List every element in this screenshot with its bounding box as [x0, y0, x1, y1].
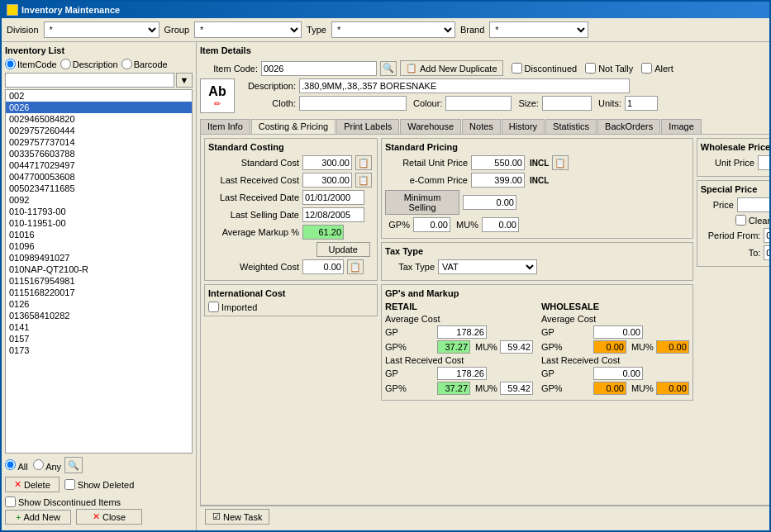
tab-history[interactable]: History: [502, 119, 545, 134]
list-item[interactable]: 010-11951-00: [6, 217, 192, 229]
colour-input[interactable]: [445, 96, 512, 111]
last-selling-date-input[interactable]: [302, 207, 364, 222]
retail-lrc-mu-input[interactable]: [500, 382, 533, 395]
item-code-input[interactable]: [261, 61, 377, 76]
tab-warehouse[interactable]: Warehouse: [400, 119, 461, 134]
search-input[interactable]: [5, 73, 174, 88]
retail-lrc-gppc-input[interactable]: [437, 382, 470, 395]
list-item[interactable]: 0047700053608: [6, 171, 192, 183]
cloth-input[interactable]: [299, 96, 407, 111]
standard-cost-icon-btn[interactable]: 📋: [355, 155, 372, 170]
list-item[interactable]: 0173: [6, 344, 192, 356]
alert-checkbox[interactable]: [641, 63, 652, 74]
weighted-cost-icon-btn[interactable]: 📋: [347, 259, 364, 274]
standard-cost-input[interactable]: [302, 155, 352, 170]
retail-lrc-gp-input[interactable]: [437, 367, 487, 380]
tab-image[interactable]: Image: [661, 119, 702, 134]
item-code-lookup-btn[interactable]: 🔍: [380, 61, 397, 76]
price-input[interactable]: [737, 197, 769, 212]
list-item[interactable]: 0033576603788: [6, 148, 192, 159]
period-from-input[interactable]: [764, 228, 769, 243]
discontinued-checkbox-label[interactable]: Discontinued: [512, 63, 578, 74]
period-to-input[interactable]: [764, 245, 769, 260]
retail-unit-price-input[interactable]: [471, 155, 525, 170]
gp-pct-input[interactable]: [413, 217, 450, 232]
search-button[interactable]: 🔍: [64, 457, 83, 473]
wholesale-avg-gppc-input[interactable]: [593, 340, 626, 354]
clearance-checkbox[interactable]: [735, 215, 746, 226]
radio-description[interactable]: Description: [60, 59, 118, 69]
min-selling-input[interactable]: [463, 195, 516, 210]
list-item[interactable]: 0126: [6, 298, 192, 310]
costing-update-button[interactable]: Update: [316, 242, 370, 257]
list-item[interactable]: 0115168220017: [6, 287, 192, 298]
show-deleted-label[interactable]: Show Deleted: [64, 479, 135, 490]
tab-costing-pricing[interactable]: Costing & Pricing: [251, 119, 336, 134]
inventory-list[interactable]: 002 0026 0029465084820 0029757260444 002…: [5, 89, 193, 454]
show-discontinued-label[interactable]: Show Discontinued Items: [5, 496, 121, 507]
avg-markup-input[interactable]: [302, 225, 344, 240]
list-item[interactable]: 0115167954981: [6, 275, 192, 287]
radio-all[interactable]: All: [5, 459, 28, 472]
tab-item-info[interactable]: Item Info: [200, 119, 250, 134]
wholesale-lrc-gppc-input[interactable]: [593, 382, 626, 395]
units-input[interactable]: [625, 96, 658, 111]
division-select[interactable]: *: [44, 21, 159, 38]
alert-checkbox-label[interactable]: Alert: [641, 63, 673, 74]
imported-label[interactable]: Imported: [208, 302, 374, 312]
list-item[interactable]: 010989491027: [6, 252, 192, 264]
list-item[interactable]: 0029465084820: [6, 113, 192, 125]
show-deleted-checkbox[interactable]: [64, 479, 75, 490]
tab-backorders[interactable]: BackOrders: [597, 119, 660, 134]
wholesale-avg-gp-input[interactable]: [593, 325, 643, 339]
list-item[interactable]: 010NAP-QT2100-R: [6, 264, 192, 275]
not-tally-checkbox-label[interactable]: Not Tally: [585, 63, 633, 74]
discontinued-checkbox[interactable]: [512, 63, 522, 74]
list-item[interactable]: 01096: [6, 240, 192, 252]
list-item[interactable]: 010-11793-00: [6, 206, 192, 217]
mu-pct-input[interactable]: [482, 217, 519, 232]
list-item[interactable]: 0157: [6, 333, 192, 344]
radio-itemcode[interactable]: ItemCode: [5, 59, 57, 69]
retail-avg-gppc-input[interactable]: [437, 340, 470, 354]
wholesale-avg-mu-input[interactable]: [656, 340, 689, 354]
wholesale-lrc-gp-input[interactable]: [593, 367, 643, 380]
list-item[interactable]: 0092: [6, 194, 192, 206]
list-item[interactable]: 013658410282: [6, 310, 192, 321]
retail-price-icon-btn[interactable]: 📋: [552, 155, 569, 170]
list-item[interactable]: 0029757737014: [6, 136, 192, 148]
weighted-cost-input[interactable]: [302, 259, 344, 274]
close-button[interactable]: ✕ Close: [76, 509, 142, 525]
delete-button[interactable]: ✕ Delete: [5, 477, 59, 492]
radio-barcode[interactable]: Barcode: [121, 59, 168, 69]
imported-checkbox[interactable]: [208, 302, 219, 312]
last-received-cost-icon-btn[interactable]: 📋: [355, 173, 372, 188]
tab-statistics[interactable]: Statistics: [545, 119, 597, 134]
list-item[interactable]: 0029757260444: [6, 125, 192, 136]
list-item[interactable]: 0141: [6, 321, 192, 333]
description-input[interactable]: [299, 78, 630, 93]
retail-avg-gp-input[interactable]: [437, 325, 487, 339]
list-item[interactable]: 0044717029497: [6, 159, 192, 171]
unit-price-input[interactable]: [758, 155, 769, 170]
tab-print-labels[interactable]: Print Labels: [336, 119, 399, 134]
add-new-button[interactable]: + Add New: [5, 510, 71, 525]
type-select[interactable]: *: [331, 21, 455, 38]
tab-notes[interactable]: Notes: [462, 119, 501, 134]
list-item[interactable]: 01016: [6, 229, 192, 240]
add-new-duplicate-button[interactable]: 📋 Add New Duplicate: [400, 60, 503, 76]
ecomm-price-input[interactable]: [471, 173, 525, 188]
scroll-btn[interactable]: ▼: [176, 73, 193, 88]
last-received-cost-input[interactable]: [302, 173, 352, 188]
new-task-button[interactable]: ☑ New Task: [205, 509, 269, 525]
show-discontinued-checkbox[interactable]: [5, 496, 16, 507]
tax-type-select[interactable]: VAT: [438, 259, 537, 274]
radio-any[interactable]: Any: [33, 459, 61, 472]
clearance-label[interactable]: Clearance: [735, 215, 769, 226]
min-selling-button[interactable]: Minimum Selling: [385, 190, 459, 215]
not-tally-checkbox[interactable]: [585, 63, 596, 74]
retail-avg-mu-input[interactable]: [500, 340, 533, 354]
list-item[interactable]: 0026: [6, 102, 192, 113]
list-item[interactable]: 0050234711685: [6, 183, 192, 194]
last-received-date-input[interactable]: [302, 190, 364, 205]
